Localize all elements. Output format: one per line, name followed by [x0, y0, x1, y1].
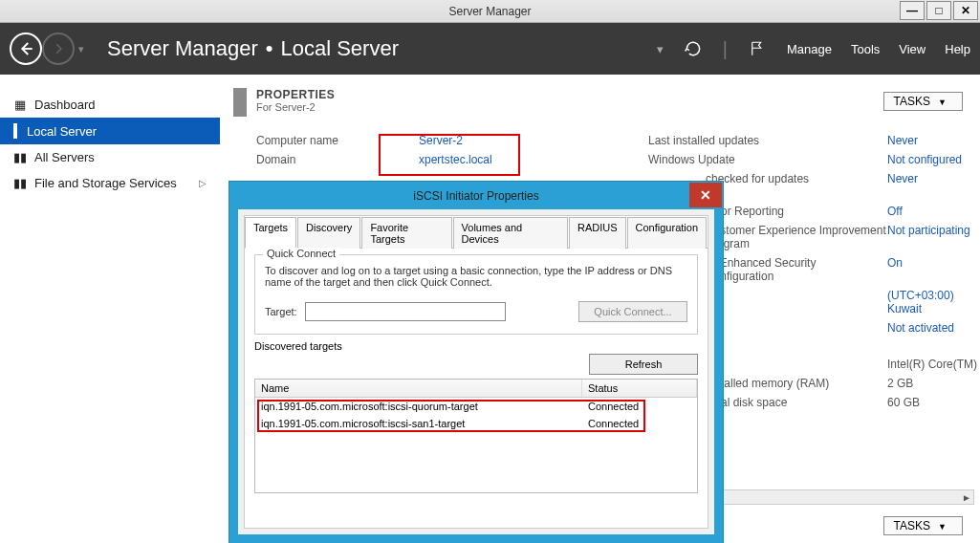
column-name[interactable]: Name — [255, 380, 582, 397]
dashboard-icon: ▦ — [13, 98, 27, 112]
close-button[interactable]: ✕ — [953, 1, 978, 20]
targets-list[interactable]: Name Status iqn.1991-05.com.microsoft:is… — [254, 379, 698, 493]
sidebar-item-label: Local Server — [27, 124, 97, 139]
storage-icon: ▮▮ — [13, 176, 27, 190]
properties-title: PROPERTIES — [256, 88, 335, 101]
target-name: iqn.1991-05.com.microsoft:iscsi-san1-tar… — [255, 417, 582, 430]
window-titlebar: Server Manager — □ ✕ — [0, 0, 980, 23]
menu-manage[interactable]: Manage — [787, 42, 832, 56]
iscsi-dialog: iSCSI Initiator Properties ✕ Targets Dis… — [229, 182, 723, 543]
tab-radius[interactable]: RADIUS — [569, 217, 626, 249]
sidebar-item-label: All Servers — [34, 150, 95, 164]
target-row[interactable]: iqn.1991-05.com.microsoft:iscsi-san1-tar… — [255, 415, 697, 432]
arrow-left-icon — [17, 40, 34, 57]
ram-value: 2 GB — [887, 377, 980, 390]
menu-tools[interactable]: Tools — [851, 42, 880, 56]
tab-configuration[interactable]: Configuration — [627, 217, 707, 249]
target-input[interactable] — [305, 302, 506, 321]
breadcrumb-separator-icon: • — [266, 36, 273, 61]
dialog-title: iSCSI Initiator Properties — [413, 189, 538, 203]
menu-help[interactable]: Help — [945, 42, 970, 56]
domain-value[interactable]: xpertstec.local — [419, 153, 610, 166]
dialog-tabs: Targets Discovery Favorite Targets Volum… — [245, 216, 708, 249]
sidebar-item-all-servers[interactable]: ▮▮ All Servers — [0, 144, 220, 170]
quick-connect-desc: To discover and log on to a target using… — [265, 265, 687, 288]
nav-forward-button[interactable] — [42, 33, 75, 65]
sidebar-item-label: Dashboard — [34, 98, 96, 112]
target-row[interactable]: iqn.1991-05.com.microsoft:iscsi-quorum-t… — [255, 398, 697, 415]
target-label: Target: — [265, 306, 297, 317]
tz-value[interactable]: (UTC+03:00) Kuwait — [887, 289, 980, 315]
discovered-targets-label: Discovered targets — [254, 340, 698, 352]
properties-subtitle: For Server-2 — [256, 101, 335, 113]
target-status: Connected — [582, 417, 697, 430]
quick-connect-button[interactable]: Quick Connect... — [578, 301, 687, 322]
server-icon — [13, 123, 17, 139]
refresh-button[interactable]: Refresh — [589, 354, 698, 375]
computer-name-label: Computer name — [256, 134, 419, 147]
last-updates-value[interactable]: Never — [887, 134, 980, 147]
app-header: ▾ Server Manager • Local Server ▾ | Mana… — [0, 23, 980, 75]
er-value[interactable]: Off — [887, 205, 980, 218]
target-name: iqn.1991-05.com.microsoft:iscsi-quorum-t… — [255, 400, 582, 413]
tasks-dropdown[interactable]: TASKS — [883, 92, 963, 111]
breadcrumb-root[interactable]: Server Manager — [107, 36, 258, 61]
window-title: Server Manager — [448, 5, 531, 18]
target-status: Connected — [582, 400, 697, 413]
quick-connect-title: Quick Connect — [263, 248, 339, 259]
column-status[interactable]: Status — [582, 380, 697, 397]
tab-discovery[interactable]: Discovery — [297, 217, 360, 249]
quick-connect-group: Quick Connect To discover and log on to … — [254, 254, 698, 335]
tab-targets[interactable]: Targets — [245, 217, 296, 249]
menu-view[interactable]: View — [899, 42, 926, 56]
nav-dropdown-icon[interactable]: ▾ — [78, 43, 84, 55]
chevron-right-icon: ▷ — [199, 178, 207, 188]
win-update-label: Windows Update — [648, 153, 887, 166]
refresh-icon[interactable] — [683, 38, 704, 59]
iesec-value[interactable]: On — [887, 256, 980, 283]
ceip-value[interactable]: Not participating — [887, 224, 980, 250]
last-updates-label: Last installed updates — [648, 134, 887, 147]
dialog-titlebar[interactable]: iSCSI Initiator Properties ✕ — [230, 183, 722, 209]
disk-value: 60 GB — [887, 396, 980, 409]
breadcrumb: Server Manager • Local Server — [107, 36, 399, 61]
dropdown-caret-icon[interactable]: ▾ — [657, 42, 664, 56]
check-updates-value[interactable]: Never — [887, 172, 980, 185]
sidebar: ▦ Dashboard Local Server ▮▮ All Servers … — [0, 75, 220, 543]
sidebar-item-dashboard[interactable]: ▦ Dashboard — [0, 92, 220, 118]
minimize-button[interactable]: — — [900, 1, 925, 20]
tab-volumes-devices[interactable]: Volumes and Devices — [453, 217, 568, 249]
computer-name-value[interactable]: Server-2 — [419, 134, 610, 147]
separator-icon: | — [723, 38, 728, 60]
win-update-value[interactable]: Not configured — [887, 153, 980, 166]
proc-value: Intel(R) Core(TM) — [887, 358, 980, 371]
breadcrumb-current: Local Server — [280, 36, 399, 61]
sidebar-item-file-storage[interactable]: ▮▮ File and Storage Services ▷ — [0, 170, 220, 196]
arrow-right-icon — [52, 42, 65, 55]
pid-value[interactable]: Not activated — [887, 321, 980, 335]
flag-icon[interactable] — [747, 38, 768, 59]
maximize-button[interactable]: □ — [926, 1, 951, 20]
tab-favorite-targets[interactable]: Favorite Targets — [361, 217, 451, 249]
tasks-dropdown-2[interactable]: TASKS — [883, 516, 963, 535]
sidebar-item-local-server[interactable]: Local Server — [0, 118, 220, 144]
nav-back-button[interactable] — [10, 33, 42, 65]
sidebar-item-label: File and Storage Services — [34, 176, 177, 190]
domain-label: Domain — [256, 153, 419, 166]
dialog-close-button[interactable]: ✕ — [689, 183, 722, 207]
servers-icon: ▮▮ — [13, 150, 27, 164]
server-block-icon — [233, 88, 247, 117]
